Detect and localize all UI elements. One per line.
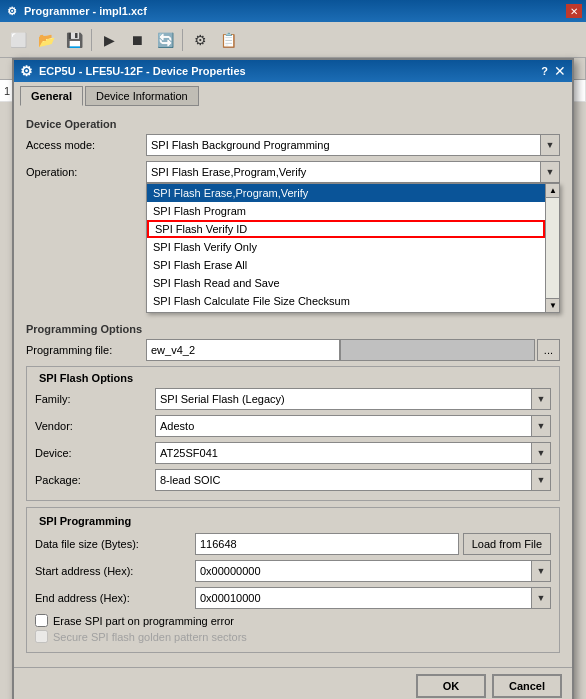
toolbar-open-button[interactable]: 📂 [32,26,60,54]
programming-file-input-wrap: ... [146,339,560,361]
access-mode-dropdown-wrap[interactable]: SPI Flash Background Programming ▼ [146,134,560,156]
family-dropdown[interactable]: SPI Serial Flash (Legacy) [155,388,551,410]
dropdown-option-2[interactable]: SPI Flash Verify ID [147,220,545,238]
programming-file-label: Programming file: [26,344,146,356]
dropdown-option-3[interactable]: SPI Flash Verify Only [147,238,545,256]
modal-body: Device Operation Access mode: SPI Flash … [14,106,572,667]
device-operation-section-label: Device Operation [26,118,560,130]
browse-button[interactable]: ... [537,339,560,361]
scroll-down-btn[interactable]: ▼ [546,298,560,312]
modal-close-button[interactable]: ✕ [554,63,566,79]
spi-device-dropdown[interactable]: AT25SF041 [155,442,551,464]
vendor-row: Vendor: Adesto ▼ [35,415,551,437]
secure-checkbox-label[interactable]: Secure SPI flash golden pattern sectors [35,630,551,643]
dropdown-option-4[interactable]: SPI Flash Erase All [147,256,545,274]
tab-general[interactable]: General [20,86,83,106]
vendor-dropdown-wrap[interactable]: Adesto ▼ [155,415,551,437]
operation-dropdown-list[interactable]: SPI Flash Erase,Program,Verify SPI Flash… [146,183,560,313]
title-bar: ⚙ Programmer - impl1.xcf ✕ [0,0,586,22]
spi-device-label: Device: [35,447,155,459]
device-row: Device: AT25SF041 ▼ [35,442,551,464]
family-row: Family: SPI Serial Flash (Legacy) ▼ [35,388,551,410]
dropdown-option-0[interactable]: SPI Flash Erase,Program,Verify [147,184,545,202]
modal-help-button[interactable]: ? [541,65,548,77]
programming-file-input[interactable] [146,339,340,361]
tab-device-information[interactable]: Device Information [85,86,199,106]
package-dropdown[interactable]: 8-lead SOIC [155,469,551,491]
access-mode-dropdown[interactable]: SPI Flash Background Programming [146,134,560,156]
access-mode-row: Access mode: SPI Flash Background Progra… [26,134,560,156]
toolbar-new-button[interactable]: ⬜ [4,26,32,54]
spi-programming-title: SPI Programming [35,515,135,527]
toolbar-run-button[interactable]: ▶ [95,26,123,54]
end-address-dropdown[interactable]: 0x00010000 [195,587,551,609]
access-mode-label: Access mode: [26,139,146,151]
package-label: Package: [35,474,155,486]
spi-programming-section: SPI Programming Data file size (Bytes): … [26,507,560,653]
vendor-dropdown[interactable]: Adesto [155,415,551,437]
modal-title: ECP5U - LFE5U-12F - Device Properties [39,65,541,77]
toolbar: ⬜ 📂 💾 ▶ ⏹ 🔄 ⚙ 📋 [0,22,586,58]
modal-icon: ⚙ [20,63,33,79]
spi-flash-options-section: SPI Flash Options Family: SPI Serial Fla… [26,366,560,501]
toolbar-stop-button[interactable]: ⏹ [123,26,151,54]
operation-dropdown-wrap[interactable]: SPI Flash Erase,Program,Verify ▼ SPI Fla… [146,161,560,183]
scroll-up-btn[interactable]: ▲ [546,184,560,198]
secure-label-text: Secure SPI flash golden pattern sectors [53,631,247,643]
spi-device-dropdown-wrap[interactable]: AT25SF041 ▼ [155,442,551,464]
modal-footer: OK Cancel [14,667,572,699]
start-address-row: Start address (Hex): 0x00000000 ▼ [35,560,551,582]
programming-file-path[interactable] [340,339,534,361]
erase-checkbox[interactable] [35,614,48,627]
dropdown-option-1[interactable]: SPI Flash Program [147,202,545,220]
end-address-label: End address (Hex): [35,592,195,604]
toolbar-separator-2 [182,29,183,51]
tab-bar: General Device Information [14,82,572,106]
device-properties-dialog: ⚙ ECP5U - LFE5U-12F - Device Properties … [12,58,574,699]
data-file-size-input[interactable] [195,533,459,555]
app-icon: ⚙ [4,3,20,19]
dropdown-option-6[interactable]: SPI Flash Calculate File Size Checksum [147,292,545,310]
package-row: Package: 8-lead SOIC ▼ [35,469,551,491]
programming-file-row: Programming file: ... [26,339,560,361]
vendor-label: Vendor: [35,420,155,432]
data-file-size-row: Data file size (Bytes): Load from File [35,533,551,555]
window-close-button[interactable]: ✕ [566,4,582,18]
toolbar-refresh-button[interactable]: 🔄 [151,26,179,54]
load-from-file-button[interactable]: Load from File [463,533,551,555]
scroll-track [546,198,559,298]
secure-checkbox[interactable] [35,630,48,643]
toolbar-settings-button[interactable]: ⚙ [186,26,214,54]
erase-label-text: Erase SPI part on programming error [53,615,234,627]
end-address-dropdown-wrap[interactable]: 0x00010000 ▼ [195,587,551,609]
spi-flash-options-title: SPI Flash Options [35,372,137,384]
data-file-size-label: Data file size (Bytes): [35,538,195,550]
dropdown-option-7[interactable]: SPI Flash Calculate Device Size Checksum [147,310,545,313]
dropdown-scrollbar[interactable]: ▲ ▼ [545,184,559,312]
toolbar-log-button[interactable]: 📋 [214,26,242,54]
operation-label: Operation: [26,166,146,178]
modal-title-bar: ⚙ ECP5U - LFE5U-12F - Device Properties … [14,60,572,82]
window-title: Programmer - impl1.xcf [24,5,566,17]
cancel-button[interactable]: Cancel [492,674,562,698]
family-label: Family: [35,393,155,405]
start-address-dropdown[interactable]: 0x00000000 [195,560,551,582]
dropdown-option-5[interactable]: SPI Flash Read and Save [147,274,545,292]
operation-row: Operation: SPI Flash Erase,Program,Verif… [26,161,560,183]
erase-checkbox-label[interactable]: Erase SPI part on programming error [35,614,551,627]
start-address-dropdown-wrap[interactable]: 0x00000000 ▼ [195,560,551,582]
family-dropdown-wrap[interactable]: SPI Serial Flash (Legacy) ▼ [155,388,551,410]
toolbar-save-button[interactable]: 💾 [60,26,88,54]
start-address-label: Start address (Hex): [35,565,195,577]
operation-dropdown[interactable]: SPI Flash Erase,Program,Verify [146,161,560,183]
package-dropdown-wrap[interactable]: 8-lead SOIC ▼ [155,469,551,491]
programming-options-label: Programming Options [26,323,560,335]
toolbar-separator-1 [91,29,92,51]
ok-button[interactable]: OK [416,674,486,698]
end-address-row: End address (Hex): 0x00010000 ▼ [35,587,551,609]
